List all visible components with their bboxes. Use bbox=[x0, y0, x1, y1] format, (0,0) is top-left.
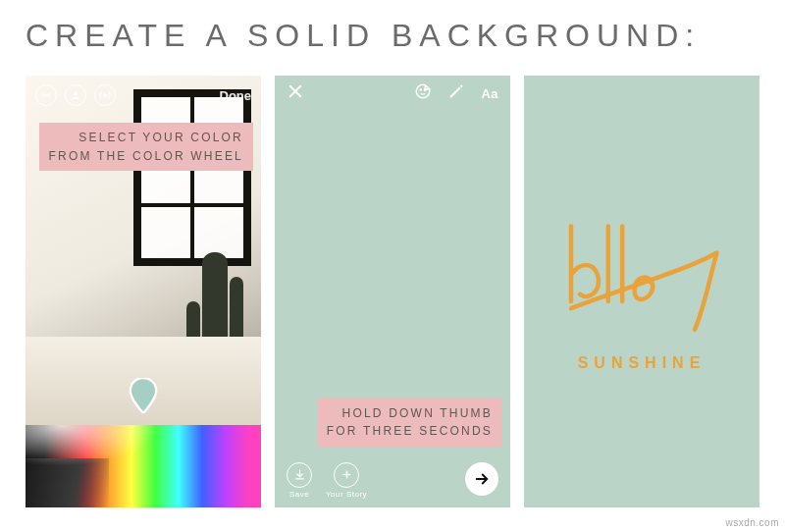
download-icon bbox=[287, 462, 312, 488]
svg-point-0 bbox=[45, 94, 47, 96]
callout-line: SELECT YOUR COLOR bbox=[78, 131, 243, 144]
color-spectrum[interactable] bbox=[26, 425, 261, 507]
editor-top-toolbar: Aa bbox=[275, 76, 510, 111]
page-title: CREATE A SOLID BACKGROUND: bbox=[26, 18, 759, 54]
svg-point-2 bbox=[104, 94, 107, 97]
draw-icon[interactable] bbox=[447, 82, 465, 104]
callout-select-color: SELECT YOUR COLOR FROM THE COLOR WHEEL bbox=[39, 123, 253, 171]
window-decor bbox=[133, 89, 251, 266]
phone-step-2: Aa HOLD DOWN THUMB FOR THREE SECONDS Sav… bbox=[275, 76, 510, 507]
live-icon[interactable] bbox=[35, 84, 57, 106]
story-top-toolbar: Done bbox=[26, 76, 261, 115]
save-label: Save bbox=[289, 490, 309, 499]
color-preview-pin[interactable] bbox=[129, 378, 158, 413]
close-icon[interactable] bbox=[287, 82, 304, 104]
callout-hold-thumb: HOLD DOWN THUMB FOR THREE SECONDS bbox=[317, 399, 502, 447]
sticker-icon[interactable] bbox=[414, 82, 432, 104]
svg-point-3 bbox=[420, 89, 422, 91]
save-button[interactable]: Save bbox=[287, 462, 312, 499]
plus-icon bbox=[334, 462, 359, 488]
phones-row: Done SELECT YOUR COLOR FROM THE COLOR WH… bbox=[26, 76, 759, 507]
editor-bottom-bar: Save Your Story bbox=[275, 452, 510, 507]
sunshine-text: SUNSHINE bbox=[578, 354, 706, 372]
callout-line: FROM THE COLOR WHEEL bbox=[49, 149, 243, 163]
callout-line: HOLD DOWN THUMB bbox=[342, 406, 493, 420]
text-tool-button[interactable]: Aa bbox=[481, 86, 498, 101]
svg-point-1 bbox=[74, 92, 77, 95]
svg-point-4 bbox=[425, 89, 427, 91]
your-story-label: Your Story bbox=[326, 490, 367, 499]
hello-script-art bbox=[553, 211, 730, 343]
broadcast-icon[interactable] bbox=[94, 84, 116, 106]
person-icon[interactable] bbox=[65, 84, 86, 106]
arrow-right-icon bbox=[473, 470, 491, 488]
send-to-button[interactable] bbox=[465, 462, 498, 496]
phone-step-3: SUNSHINE bbox=[524, 76, 759, 507]
your-story-button[interactable]: Your Story bbox=[326, 462, 367, 499]
callout-line: FOR THREE SECONDS bbox=[327, 424, 493, 438]
spectrum-shadow bbox=[26, 458, 109, 507]
watermark: wsxdn.com bbox=[725, 517, 779, 528]
done-button[interactable]: Done bbox=[220, 88, 252, 103]
phone-step-1: Done SELECT YOUR COLOR FROM THE COLOR WH… bbox=[26, 76, 261, 507]
